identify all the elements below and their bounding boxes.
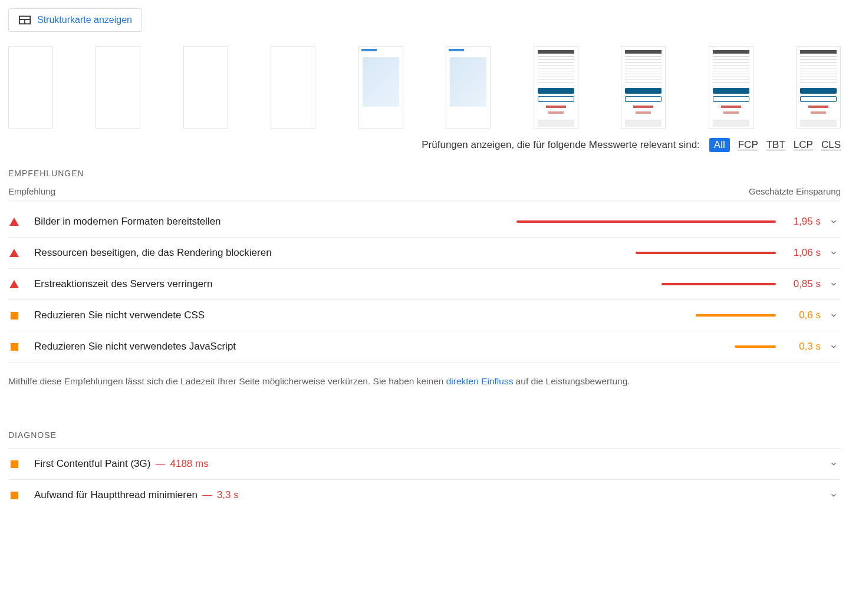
opportunity-row[interactable]: Bilder in modernen Formaten bereitstelle… <box>8 206 841 238</box>
filmstrip-frame[interactable] <box>446 46 491 129</box>
opportunities-footnote: Mithilfe diese Empfehlungen lässt sich d… <box>8 374 841 388</box>
triangle-red-icon <box>8 249 20 257</box>
chevron-down-icon <box>827 460 841 468</box>
filmstrip-frame[interactable] <box>796 46 841 129</box>
opportunity-row[interactable]: Reduzieren Sie nicht verwendetes JavaScr… <box>8 331 841 363</box>
diagnostic-row[interactable]: First Contentful Paint (3G)—4188 ms <box>8 448 841 479</box>
triangle-red-icon <box>8 280 20 288</box>
opportunity-row[interactable]: Erstreaktionszeit des Servers verringern… <box>8 269 841 300</box>
opportunities-heading: EMPFEHLUNGEN <box>8 169 841 178</box>
savings-bar <box>516 220 776 223</box>
diagnostic-metric: 3,3 s <box>217 489 239 501</box>
col-savings: Geschätzte Einsparung <box>749 186 841 196</box>
filter-pills: AllFCPTBTLCPCLS <box>709 138 841 152</box>
savings-value: 0,3 s <box>785 341 821 353</box>
col-opportunity: Empfehlung <box>8 186 55 196</box>
filter-prompt: Prüfungen anzeigen, die für folgende Mes… <box>422 139 700 151</box>
diagnostics-heading: DIAGNOSE <box>8 430 841 440</box>
opportunity-title: Reduzieren Sie nicht verwendete CSS <box>34 309 205 321</box>
footnote-pre: Mithilfe diese Empfehlungen lässt sich d… <box>8 376 446 386</box>
opportunity-title: Erstreaktionszeit des Servers verringern <box>34 278 212 290</box>
metric-filter-row: Prüfungen anzeigen, die für folgende Mes… <box>8 138 841 152</box>
savings-bar <box>516 345 776 348</box>
opportunity-title: Reduzieren Sie nicht verwendetes JavaScr… <box>34 341 236 353</box>
filmstrip-frame[interactable] <box>271 46 315 129</box>
triangle-red-icon <box>8 218 20 226</box>
filmstrip-frame[interactable] <box>358 46 403 129</box>
opportunity-row[interactable]: Reduzieren Sie nicht verwendete CSS0,6 s <box>8 300 841 331</box>
view-treemap-button[interactable]: Strukturkarte anzeigen <box>8 8 142 32</box>
filter-pill-lcp[interactable]: LCP <box>794 139 813 151</box>
opportunity-title: Ressourcen beseitigen, die das Rendering… <box>34 247 272 259</box>
chevron-down-icon <box>827 342 841 351</box>
savings-value: 0,85 s <box>785 278 821 290</box>
diagnostic-metric: 4188 ms <box>170 458 208 470</box>
footnote-link[interactable]: direkten Einfluss <box>446 376 514 386</box>
savings-bar <box>516 252 776 254</box>
square-orange-icon <box>8 343 20 351</box>
diagnostics-section: DIAGNOSE First Contentful Paint (3G)—418… <box>8 430 841 510</box>
savings-value: 1,06 s <box>785 247 821 259</box>
opportunity-title: Bilder in modernen Formaten bereitstelle… <box>34 216 221 228</box>
treemap-icon <box>18 14 31 27</box>
filmstrip-frame[interactable] <box>183 46 228 129</box>
filter-pill-tbt[interactable]: TBT <box>766 139 785 151</box>
chevron-down-icon <box>827 249 841 257</box>
savings-value: 1,95 s <box>785 216 821 228</box>
filmstrip-frame[interactable] <box>534 46 578 129</box>
chevron-down-icon <box>827 491 841 499</box>
filter-pill-fcp[interactable]: FCP <box>738 139 758 151</box>
filter-pill-cls[interactable]: CLS <box>821 139 841 151</box>
chevron-down-icon <box>827 218 841 226</box>
filmstrip-frame[interactable] <box>621 46 666 129</box>
savings-bar <box>516 314 776 317</box>
view-treemap-label: Strukturkarte anzeigen <box>37 15 132 25</box>
savings-value: 0,6 s <box>785 309 821 321</box>
opportunities-section: EMPFEHLUNGEN Empfehlung Geschätzte Einsp… <box>8 169 841 388</box>
filmstrip-frame[interactable] <box>96 46 140 129</box>
filmstrip-frame[interactable] <box>8 46 53 129</box>
square-orange-icon <box>8 312 20 319</box>
chevron-down-icon <box>827 311 841 319</box>
filmstrip-frame[interactable] <box>709 46 753 129</box>
diagnostic-title: Aufwand für Hauptthread minimieren <box>34 489 198 501</box>
footnote-post: auf die Leistungsbewertung. <box>513 376 630 386</box>
square-orange-icon <box>8 460 20 468</box>
savings-bar <box>516 283 776 285</box>
filmstrip <box>8 46 841 129</box>
metric-separator: — <box>202 489 212 501</box>
filter-pill-all[interactable]: All <box>709 138 730 152</box>
opportunity-row[interactable]: Ressourcen beseitigen, die das Rendering… <box>8 238 841 269</box>
square-orange-icon <box>8 492 20 499</box>
opportunities-table-head: Empfehlung Geschätzte Einsparung <box>8 186 841 200</box>
metric-separator: — <box>155 458 165 470</box>
chevron-down-icon <box>827 280 841 288</box>
diagnostic-title: First Contentful Paint (3G) <box>34 458 150 470</box>
diagnostic-row[interactable]: Aufwand für Hauptthread minimieren—3,3 s <box>8 479 841 510</box>
